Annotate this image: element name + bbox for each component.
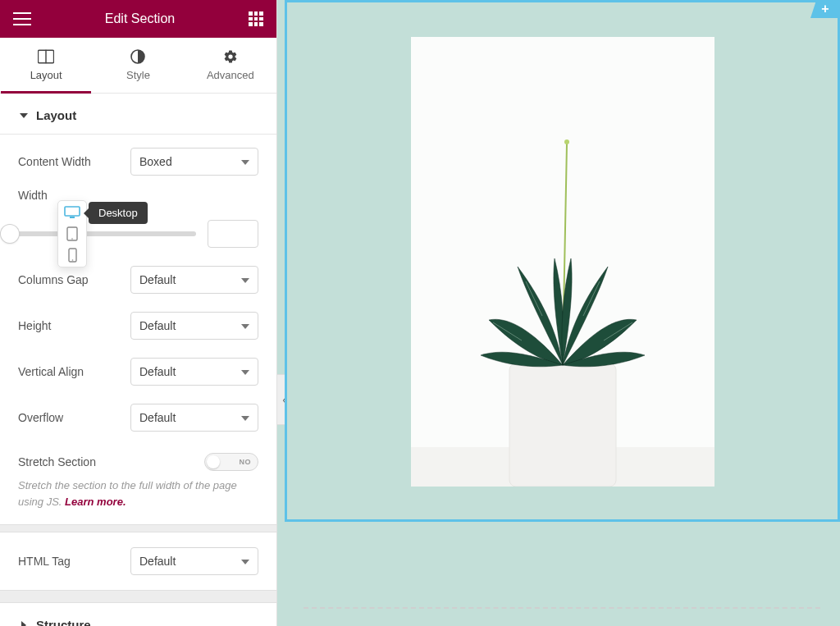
label: Stretch Section: [18, 455, 204, 468]
row-content-width: Content Width Boxed: [18, 135, 258, 176]
html-tag-select[interactable]: Default: [130, 547, 258, 575]
select-value: Default: [139, 411, 176, 424]
drop-zone-indicator[interactable]: [304, 607, 820, 622]
sidebar-tabs: Layout Style Advanced: [0, 38, 276, 94]
label: HTML Tag: [18, 555, 130, 568]
learn-more-link[interactable]: Learn more.: [65, 496, 126, 508]
svg-rect-4: [70, 217, 75, 218]
select-value: Default: [139, 273, 176, 286]
select-value: Default: [139, 555, 176, 568]
label: Vertical Align: [18, 365, 130, 378]
height-select[interactable]: Default: [130, 312, 258, 340]
label: Width: [18, 189, 258, 202]
slider-thumb[interactable]: [1, 225, 19, 243]
chevron-down-icon: [241, 160, 249, 165]
select-value: Default: [139, 319, 176, 332]
svg-rect-11: [509, 363, 616, 487]
plus-icon: +: [821, 2, 829, 16]
label: Content Width: [18, 155, 130, 168]
chevron-down-icon: [241, 370, 249, 375]
chevron-down-icon: [241, 560, 249, 564]
device-desktop-icon[interactable]: [64, 206, 80, 219]
chevron-down-icon: [241, 278, 249, 283]
svg-rect-3: [65, 207, 80, 216]
overflow-select[interactable]: Default: [130, 404, 258, 432]
tab-layout[interactable]: Layout: [0, 38, 92, 93]
plant-image: [411, 37, 714, 487]
row-columns-gap: Columns Gap Default: [18, 248, 258, 294]
svg-point-13: [564, 139, 569, 144]
select-value: Default: [139, 365, 176, 378]
toggle-state: NO: [240, 458, 252, 466]
row-html-tag: HTML Tag Default: [18, 532, 258, 590]
content-width-select[interactable]: Boxed: [130, 148, 258, 176]
tooltip-desktop: Desktop: [89, 202, 148, 224]
sidebar-title: Edit Section: [105, 11, 175, 26]
divider: [0, 590, 276, 603]
help-text: Stretch the section to the full width of…: [18, 479, 237, 508]
toggle-knob: [207, 455, 220, 468]
label: Columns Gap: [18, 273, 130, 286]
svg-point-8: [71, 259, 73, 261]
caret-down-icon: [20, 113, 28, 118]
device-mobile-icon[interactable]: [64, 249, 80, 262]
editor-sidebar: Edit Section Layout Style Advanced: [0, 0, 277, 626]
section-title: Layout: [36, 108, 76, 122]
tab-style[interactable]: Style: [92, 38, 184, 93]
stretch-toggle[interactable]: NO: [204, 453, 258, 471]
row-width: Width: [18, 176, 258, 202]
menu-icon[interactable]: [13, 12, 31, 25]
caret-right-icon: [21, 621, 26, 627]
tab-label: Layout: [30, 69, 62, 81]
responsive-device-popover: [57, 200, 87, 267]
select-value: Boxed: [139, 155, 172, 168]
gear-icon: [222, 49, 239, 64]
row-overflow: Overflow Default: [18, 386, 258, 432]
section-header-structure[interactable]: Structure: [0, 603, 276, 626]
vertical-align-select[interactable]: Default: [130, 358, 258, 386]
chevron-down-icon: [241, 324, 249, 329]
widgets-grid-icon[interactable]: [249, 11, 263, 26]
label: Height: [18, 319, 130, 332]
width-input[interactable]: [208, 220, 258, 248]
label: Overflow: [18, 411, 130, 424]
svg-point-6: [71, 238, 73, 240]
stretch-help-text: Stretch the section to the full width of…: [18, 471, 258, 524]
row-height: Height Default: [18, 294, 258, 340]
chevron-down-icon: [241, 416, 249, 421]
tab-advanced[interactable]: Advanced: [185, 38, 276, 93]
width-slider[interactable]: [10, 231, 196, 236]
sidebar-scroll[interactable]: Layout Content Width Boxed Width: [0, 94, 276, 626]
editor-canvas-section[interactable]: +: [285, 0, 840, 522]
section-header-layout[interactable]: Layout: [0, 94, 276, 135]
device-tablet-icon[interactable]: [64, 227, 80, 240]
image-widget[interactable]: [411, 37, 714, 487]
tab-label: Advanced: [207, 69, 254, 81]
sidebar-header: Edit Section: [0, 0, 276, 38]
columns-gap-select[interactable]: Default: [130, 266, 258, 294]
divider: [0, 524, 276, 532]
row-stretch: Stretch Section NO: [18, 432, 258, 471]
layout-icon: [38, 49, 54, 64]
add-section-button[interactable]: +: [810, 0, 840, 18]
tab-label: Style: [126, 69, 150, 81]
section-title: Structure: [36, 618, 91, 626]
style-icon: [130, 49, 146, 64]
row-vertical-align: Vertical Align Default: [18, 340, 258, 386]
